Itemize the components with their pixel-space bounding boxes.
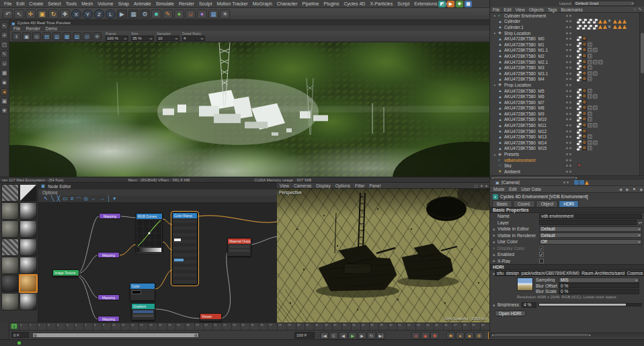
render-tool-icon[interactable]: ▤ (42, 32, 51, 40)
object-row[interactable]: ▸ AKU4728KT580_M8 (490, 105, 639, 112)
object-name[interactable]: Ship Location (504, 31, 566, 36)
sampling-dropdown[interactable]: MIS▾ (559, 277, 639, 283)
dock-tool-icon[interactable]: ● (1, 88, 8, 95)
tag-u[interactable] (588, 48, 592, 52)
render-tool-icon[interactable]: ◎ (83, 32, 91, 40)
brightness-field[interactable]: 4 % (522, 302, 536, 308)
tag-t[interactable] (598, 19, 602, 24)
node-mapping-3[interactable]: Mapping (97, 294, 120, 300)
om-vertical-scrollbar[interactable] (639, 13, 644, 175)
xray-checkbox[interactable] (539, 259, 544, 263)
quicklaunch-icon[interactable]: ▶ (447, 1, 454, 7)
object-tags[interactable] (577, 163, 581, 168)
om-menu-item[interactable]: Edit (504, 7, 511, 12)
tag-g[interactable] (582, 105, 587, 110)
object-name[interactable]: AKU4728KT580_M11 (504, 123, 566, 128)
object-row[interactable]: ▸ AKU4728KT580_M14 (490, 140, 639, 146)
menu-item[interactable]: Create (27, 1, 45, 6)
object-tags[interactable] (577, 105, 598, 110)
tag-c[interactable] (577, 65, 581, 70)
material-thumbnail[interactable] (1, 293, 19, 310)
node-mapping-2[interactable]: Mapping (97, 252, 120, 258)
object-tags[interactable] (577, 100, 587, 105)
tag-u[interactable] (593, 71, 598, 76)
object-row[interactable]: ▸ AKU4728KT580_M3 (490, 64, 639, 71)
attribute-tab[interactable]: Object (536, 200, 558, 207)
tag-g[interactable] (582, 36, 587, 41)
attribute-tab[interactable]: HDRI (559, 200, 579, 207)
node-editor-tab[interactable]: Node Editor (48, 184, 71, 189)
render-menu-item[interactable]: Demo (46, 26, 57, 31)
tag-g[interactable] (582, 94, 587, 99)
tag-c[interactable] (577, 36, 581, 41)
render-field-input[interactable]: 100 %◂▸ (106, 36, 128, 41)
object-tags[interactable] (577, 25, 627, 30)
tag-c[interactable] (577, 146, 581, 150)
tag-t[interactable] (618, 19, 622, 24)
tag-u[interactable] (588, 94, 592, 99)
menu-item[interactable]: Script (395, 1, 411, 6)
camera-visibility-dots[interactable] (563, 181, 574, 183)
node-gradient[interactable]: Gradient (131, 303, 155, 320)
object-row[interactable]: ▸ AKU4728KT580_M9 (490, 111, 639, 117)
visibility-dots[interactable] (566, 84, 577, 86)
toolbar-icon[interactable]: ↖ (14, 9, 24, 19)
tag-c[interactable] (577, 129, 581, 134)
object-row[interactable]: ▸ AKU4728KT580_M10 (490, 117, 639, 123)
tag-g[interactable] (582, 65, 587, 70)
om-menu-item[interactable]: Bookmarks (561, 7, 583, 12)
object-tags[interactable] (577, 60, 603, 64)
object-name[interactable]: AKU4728KT580_M12 (504, 129, 566, 134)
transport-button[interactable]: ▶ (358, 332, 366, 339)
tag-c[interactable] (577, 54, 581, 58)
menu-item[interactable]: Cycles 4D (341, 1, 367, 6)
visibility-dots[interactable] (566, 118, 577, 120)
transport-button[interactable]: |◀ (320, 332, 329, 339)
visibility-dots[interactable] (566, 90, 577, 92)
layer-input[interactable] (539, 220, 637, 225)
material-thumbnail[interactable] (19, 293, 37, 310)
visibility-dots[interactable] (566, 171, 577, 173)
record-key-button[interactable]: ● (411, 332, 420, 339)
object-tags[interactable] (577, 89, 592, 93)
visibility-dots[interactable] (566, 153, 577, 155)
tag-t[interactable] (622, 19, 627, 24)
tag-u[interactable] (588, 60, 592, 64)
dock-tool-icon[interactable]: ▦ (1, 69, 8, 77)
render-tool-icon[interactable]: ▣ (22, 32, 31, 40)
tag-c[interactable] (577, 25, 581, 30)
render-menu-item[interactable]: File (13, 26, 20, 31)
visibility-dots[interactable] (566, 124, 577, 126)
object-name[interactable]: Presets (504, 152, 566, 157)
render-tool-icon[interactable]: ✛ (93, 32, 102, 40)
object-name[interactable]: AKU4728KT580_M0 (504, 36, 566, 41)
scroll-left-arrow[interactable]: ◀ (491, 176, 493, 179)
tag-x[interactable] (608, 25, 612, 30)
object-row[interactable]: ▸ AKU4728KT580_M1.1 (490, 48, 639, 54)
toolbar-icon[interactable]: ▶ (117, 9, 127, 19)
tag-g[interactable] (582, 42, 587, 47)
object-tags[interactable] (577, 123, 598, 128)
tag-c[interactable] (577, 117, 581, 122)
object-name[interactable]: vdbenvironment (504, 158, 566, 163)
tag-u[interactable] (593, 123, 598, 128)
viewport-menu-item[interactable]: Cameras (294, 183, 311, 188)
object-name[interactable]: AKU4728KT580_M1.1 (504, 48, 566, 52)
tag-g[interactable] (582, 48, 587, 52)
object-row[interactable]: ▸ Cylinder (490, 19, 639, 25)
object-tags[interactable] (577, 140, 598, 145)
layer-picker-icon[interactable]: ●▾ (638, 220, 642, 224)
tag-u[interactable] (593, 105, 598, 110)
om-menu-item[interactable]: File (493, 7, 499, 12)
hdri-thumbnail[interactable] (517, 277, 533, 291)
tag-c[interactable] (577, 94, 581, 99)
tag-t[interactable] (603, 25, 607, 29)
object-row[interactable]: ▸ AKU4728KT580_M0 (490, 36, 639, 42)
menu-item[interactable]: Simulate (154, 1, 176, 6)
tag-u[interactable] (593, 94, 598, 99)
material-thumbnail[interactable] (1, 220, 19, 238)
tag-c[interactable] (577, 140, 581, 145)
render-menu-item[interactable]: Render (26, 26, 40, 31)
toolbar-icon[interactable]: ↶ (3, 9, 13, 19)
object-name[interactable]: AKU4728KT580_M8 (504, 105, 566, 110)
